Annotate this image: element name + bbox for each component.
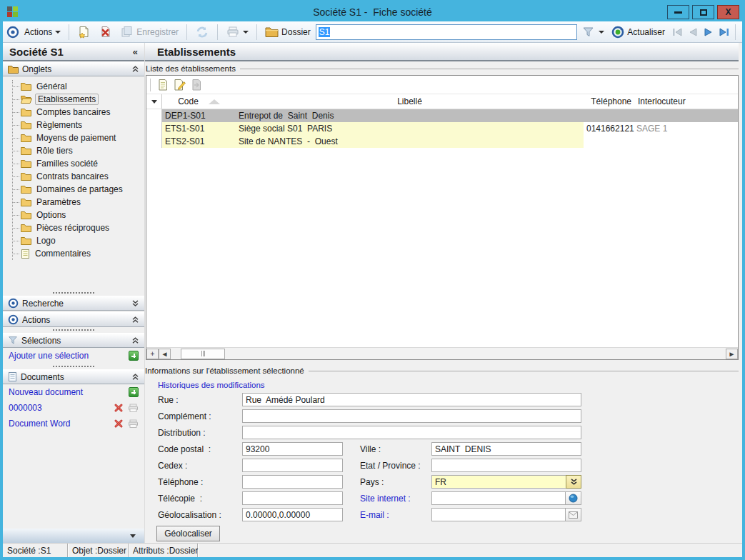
add-column-button[interactable]: + xyxy=(146,349,159,359)
tab-commentaires[interactable]: Commentaires xyxy=(13,247,144,260)
minimize-button[interactable] xyxy=(667,5,689,19)
tab-pieces-reciproques[interactable]: Pièces réciproques xyxy=(13,221,144,234)
tab-domaines-de-partages[interactable]: Domaines de partages xyxy=(13,183,144,196)
maximize-button[interactable] xyxy=(692,5,714,19)
add-selection-link[interactable]: Ajouter une sélection xyxy=(9,351,89,361)
pays-dropdown-button[interactable] xyxy=(566,475,581,489)
geolocaliser-button[interactable]: Géolocaliser xyxy=(156,526,220,541)
recherche-section-header[interactable]: Recherche xyxy=(3,296,144,311)
new-button[interactable] xyxy=(74,24,94,40)
new-row-icon[interactable] xyxy=(156,79,169,91)
tab-comptes-bancaires[interactable]: Comptes bancaires xyxy=(13,106,144,119)
delete-document-icon[interactable] xyxy=(114,403,124,413)
actualiser-button[interactable]: Actualiser xyxy=(609,24,668,40)
print-dropdown-icon[interactable] xyxy=(243,31,249,34)
save-icon xyxy=(120,26,134,39)
splitter-handle[interactable] xyxy=(53,366,94,367)
ville-field[interactable]: SAINT DENIS xyxy=(431,442,581,456)
horizontal-scrollbar[interactable]: + ◄ ► xyxy=(146,347,738,359)
status-bar: Société :S1 Objet :Dossier Attributs :Do… xyxy=(3,543,742,557)
filter-icon[interactable] xyxy=(582,26,594,38)
column-header-telephone[interactable]: Téléphone xyxy=(584,96,634,106)
geolocalisation-field[interactable]: 0.00000,0.00000 xyxy=(242,508,343,521)
collapse-chevron-icon[interactable] xyxy=(131,316,139,324)
refresh-button[interactable] xyxy=(192,24,212,40)
filter-dropdown-icon[interactable] xyxy=(599,31,604,34)
tab-moyens-de-paiement[interactable]: Moyens de paiement xyxy=(13,131,144,144)
print-document-icon[interactable] xyxy=(128,419,139,429)
previous-record-icon[interactable] xyxy=(687,27,699,37)
send-email-button[interactable] xyxy=(566,508,581,521)
close-button[interactable]: X xyxy=(717,5,739,19)
expand-chevron-icon[interactable] xyxy=(131,299,139,307)
print-button[interactable] xyxy=(223,24,251,40)
tab-parametres[interactable]: Paramètres xyxy=(13,196,144,209)
onglets-section-header[interactable]: Onglets xyxy=(3,61,144,76)
dossier-input[interactable]: S1 xyxy=(316,24,578,40)
cedex-field[interactable] xyxy=(242,459,343,472)
geolocalisation-label: Géolocalisation : xyxy=(158,510,242,520)
site-internet-field[interactable] xyxy=(431,491,566,505)
scrollbar-thumb[interactable] xyxy=(181,349,225,359)
save-button[interactable]: Enregistrer xyxy=(117,24,181,40)
complement-field[interactable] xyxy=(242,409,581,423)
site-internet-label[interactable]: Site internet : xyxy=(360,494,431,504)
tab-contrats-bancaires[interactable]: Contrats bancaires xyxy=(13,170,144,183)
new-document-plus-button[interactable] xyxy=(129,387,139,397)
last-record-icon[interactable] xyxy=(719,27,730,37)
tab-role-tiers[interactable]: Rôle tiers xyxy=(13,144,144,157)
tab-logo[interactable]: Logo xyxy=(13,234,144,247)
folder-icon xyxy=(21,134,31,142)
table-row[interactable]: DEP1-S01 Entrepot de Saint Denis xyxy=(146,109,738,122)
column-header-code[interactable]: Code xyxy=(162,96,236,106)
sidebar: Société S1 « Onglets Général xyxy=(3,43,145,543)
sidebar-bottom-bar[interactable] xyxy=(3,529,144,543)
tab-etablissements[interactable]: Etablissements xyxy=(13,93,144,106)
add-selection-plus-button[interactable] xyxy=(129,351,139,361)
new-document-link[interactable]: Nouveau document xyxy=(9,387,83,397)
telecopie-field[interactable] xyxy=(242,491,343,505)
etat-province-field[interactable] xyxy=(431,459,581,472)
selections-section-header[interactable]: Sélections xyxy=(3,333,144,348)
first-record-icon[interactable] xyxy=(671,27,683,37)
open-website-button[interactable] xyxy=(566,491,581,505)
email-label[interactable]: E-mail : xyxy=(360,510,431,520)
tab-reglements[interactable]: Règlements xyxy=(13,119,144,131)
onglets-tree: Général Etablissements Comptes bancaires… xyxy=(3,76,144,260)
table-row[interactable]: ETS2-S01 Site de NANTES - Ouest xyxy=(146,135,738,148)
email-field[interactable] xyxy=(431,508,566,521)
folder-icon xyxy=(21,224,31,232)
telephone-field[interactable] xyxy=(242,475,343,489)
splitter-handle[interactable] xyxy=(53,292,94,294)
next-record-icon[interactable] xyxy=(703,27,714,37)
document-link[interactable]: 0000003 xyxy=(9,403,42,413)
rue-field[interactable]: Rue Amédé Poulard xyxy=(242,393,581,406)
scroll-left-button[interactable]: ◄ xyxy=(159,349,171,359)
scroll-right-button[interactable]: ► xyxy=(726,349,738,359)
table-row[interactable]: ETS1-S01 Siège social S01 PARIS 01416621… xyxy=(146,122,738,135)
pays-combo[interactable]: FR xyxy=(431,475,581,489)
actions-menu-button[interactable]: Actions xyxy=(21,26,64,39)
cell-code: ETS1-S01 xyxy=(162,122,236,135)
column-header-interlocuteur[interactable]: Interlocuteur xyxy=(634,96,738,106)
edit-row-icon[interactable] xyxy=(173,79,186,91)
document-link[interactable]: Document Word xyxy=(9,419,70,429)
history-link[interactable]: Historiques des modifications xyxy=(158,381,265,389)
tab-general[interactable]: Général xyxy=(13,80,144,93)
distribution-field[interactable] xyxy=(242,426,581,439)
tab-familles-societe[interactable]: Familles société xyxy=(13,157,144,170)
actions-section-header[interactable]: Actions xyxy=(3,312,144,327)
code-postal-field[interactable]: 93200 xyxy=(242,442,343,456)
collapse-chevron-icon[interactable] xyxy=(131,65,139,73)
print-document-icon[interactable] xyxy=(128,404,139,413)
delete-button[interactable] xyxy=(96,24,115,40)
documents-section-header[interactable]: Documents xyxy=(3,369,144,384)
tab-options[interactable]: Options xyxy=(13,209,144,221)
splitter-handle[interactable] xyxy=(53,329,94,331)
collapse-chevron-icon[interactable] xyxy=(131,336,139,344)
collapse-chevron-icon[interactable] xyxy=(131,373,139,381)
delete-document-icon[interactable] xyxy=(114,419,124,429)
collapse-sidebar-icon[interactable]: « xyxy=(133,46,138,57)
column-header-libelle[interactable]: Libellé xyxy=(236,96,584,106)
row-marker-dropdown[interactable] xyxy=(146,94,162,109)
